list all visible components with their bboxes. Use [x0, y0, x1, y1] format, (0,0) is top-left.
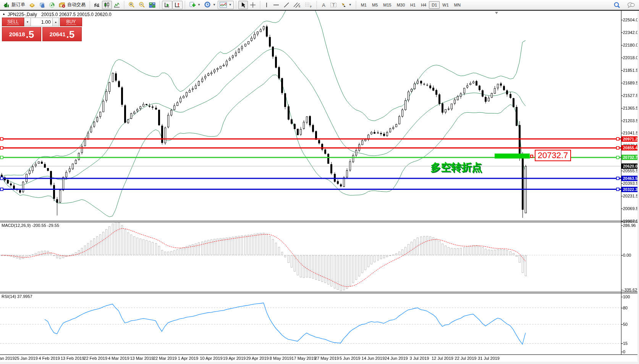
timeframe-mn[interactable]: MN: [451, 1, 463, 9]
price-level-tag[interactable]: 20971.2: [621, 136, 639, 142]
date-axis-tick-label: 19 Apr 2019: [223, 356, 246, 361]
dropdown-caret: ▼: [213, 3, 216, 6]
chart-shift-icon: [174, 2, 181, 8]
volume-increase-button[interactable]: ▲: [52, 18, 59, 26]
toolbar-group-chart-type: [91, 0, 123, 10]
buy-price: 20641: [50, 31, 66, 37]
new-order-label: 新订单: [11, 2, 25, 8]
timeframe-h4[interactable]: H4: [418, 1, 429, 9]
macd-indicator-label: MACD(12,26,9) -200.55 -29.55: [2, 223, 59, 228]
new-chart-button[interactable]: ▼: [187, 1, 202, 9]
new-order-button[interactable]: 新订单: [2, 1, 27, 9]
chart-title: JPN225-,Daily 20015.0 20637.5 20015.0 20…: [8, 12, 112, 17]
candlestick-chart-button[interactable]: [102, 1, 112, 9]
chart-annotation-text[interactable]: 多空转折点: [430, 160, 482, 174]
date-axis-tick-label: 12 Jul 2019: [432, 356, 453, 361]
date-axis-tick-label: 25 Jan 2019: [15, 356, 38, 361]
text-button[interactable]: A: [319, 1, 328, 9]
timeframe-w1[interactable]: W1: [440, 1, 451, 9]
svg-text:E: E: [299, 5, 301, 8]
cursor-button[interactable]: [238, 1, 248, 9]
price-axis-tick-label: 21365.5: [623, 106, 639, 110]
zoom-out-button[interactable]: [137, 1, 147, 9]
tile-windows-button[interactable]: [147, 1, 157, 9]
collapse-panel-arrow[interactable]: ▲: [2, 12, 5, 16]
current-price-tag: 20620.0: [621, 163, 639, 169]
vertical-line-button[interactable]: [262, 1, 271, 9]
timeframe-m5[interactable]: M5: [369, 1, 380, 9]
price-axis-tick-label: 22180.0: [623, 43, 639, 47]
price-axis-tick-label: 20231.5: [623, 194, 639, 198]
crosshair-button[interactable]: [248, 1, 258, 9]
price-level-tag[interactable]: 20322.3: [621, 187, 639, 192]
auto-trading-button[interactable]: 自动交易: [57, 1, 87, 9]
horizontal-line-button[interactable]: [271, 1, 281, 9]
history-center-button[interactable]: [27, 1, 37, 9]
chart-shift-button[interactable]: [172, 1, 183, 9]
volume-decrease-button[interactable]: ▼: [24, 18, 31, 26]
date-axis-tick-label: 24 Jun 2019: [385, 356, 408, 361]
equidistant-channel-button[interactable]: E: [291, 1, 303, 9]
price-axis-tick-label: 22342.0: [623, 30, 639, 35]
arrows-icon: [341, 2, 347, 8]
toolbar-group-objects: ▼ ▼ ▼: [186, 0, 235, 10]
indicators-button[interactable]: ▼: [218, 1, 234, 9]
text-label-button[interactable]: T: [328, 1, 339, 9]
macd-scale-label: 0.00: [623, 253, 631, 257]
bar-chart-button[interactable]: [92, 1, 102, 9]
trade-panel-top-row: SELL ▼ ▲ BUY: [2, 18, 82, 26]
sell-price-button[interactable]: 20618.5: [2, 27, 41, 41]
chat-button[interactable]: [625, 1, 637, 9]
date-axis-tick-label: 22 Mar 2019: [153, 356, 177, 361]
zoom-in-button[interactable]: [126, 1, 137, 9]
dropdown-caret: ▼: [349, 3, 352, 6]
line-chart-button[interactable]: [112, 1, 122, 9]
arrows-button[interactable]: ▼: [339, 1, 354, 9]
search-button[interactable]: [611, 1, 622, 9]
price-axis-tick-label: 20555.5: [623, 168, 639, 173]
rsi-scale-label: 15: [623, 341, 628, 346]
buy-price-button[interactable]: 20641.5: [42, 27, 82, 41]
trendline-button[interactable]: [281, 1, 291, 9]
text-label-icon: T: [330, 2, 337, 8]
toolbar-separator: [184, 1, 185, 9]
support-zone-rectangle[interactable]: [495, 154, 530, 159]
price-level-tag[interactable]: 20855.4: [621, 145, 639, 150]
fibonacci-icon: F: [305, 2, 312, 8]
book-icon: [29, 2, 35, 8]
timeframe-m15[interactable]: M15: [380, 1, 394, 9]
period-button[interactable]: ▼: [202, 1, 218, 9]
date-axis-tick-label: 4 Mar 2019: [108, 356, 129, 361]
timeframe-m1[interactable]: M1: [358, 1, 369, 9]
rsi-scale-label: 0: [623, 349, 625, 354]
signals-button[interactable]: [47, 1, 57, 9]
trendline-icon: [283, 2, 290, 8]
price-level-tag[interactable]: 20463.5: [621, 176, 639, 181]
auto-scroll-button[interactable]: [162, 1, 172, 9]
price-axis-tick-label: 21527.5: [623, 93, 639, 98]
price-level-tag[interactable]: 20732.7: [621, 155, 639, 160]
price-level-callout[interactable]: 20732.7: [535, 150, 571, 161]
timeframe-m30[interactable]: M30: [394, 1, 408, 9]
date-axis-tick-label: 16 Jan 2019: [0, 356, 15, 361]
market-watch-button[interactable]: [37, 1, 47, 9]
toolbar-separator: [159, 1, 160, 9]
indicators-icon: [220, 2, 227, 8]
timeframe-d1[interactable]: D1: [429, 1, 440, 9]
volume-input[interactable]: [31, 18, 52, 26]
price-axis-tick-label: 22018.0: [623, 55, 639, 60]
buy-button[interactable]: BUY: [60, 18, 82, 26]
toolbar-group-zoom: [125, 0, 159, 10]
rectangle-drag-handle[interactable]: [530, 155, 533, 158]
timeframe-h1[interactable]: H1: [408, 1, 418, 9]
zoom-in-icon: [128, 2, 135, 8]
trade-panel-price-row: 20618.5 20641.5: [2, 27, 82, 41]
window-right-edge: [637, 11, 639, 364]
date-axis-tick-label: 10 Apr 2019: [200, 356, 222, 361]
sell-button[interactable]: SELL: [2, 18, 24, 26]
price-axis-tick-label: 21041.5: [623, 131, 639, 135]
fibonacci-button[interactable]: F: [303, 1, 314, 9]
price-axis-tick-label: 21203.5: [623, 118, 639, 123]
auto-scroll-icon: [164, 2, 170, 8]
price-chart-canvas[interactable]: [0, 11, 639, 364]
